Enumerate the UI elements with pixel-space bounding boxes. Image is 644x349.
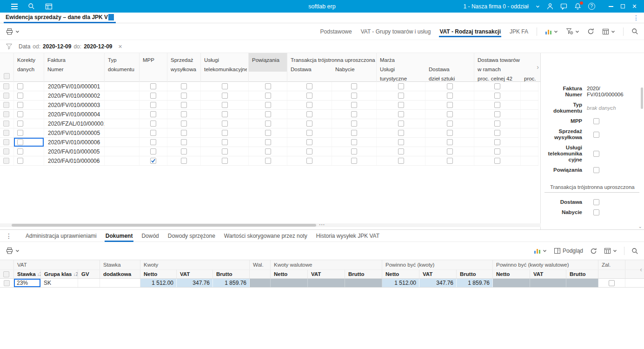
nabycie-checkbox[interactable] [351,102,357,108]
nabycie-cell[interactable] [332,101,377,109]
powiazania-checkbox[interactable] [265,158,271,164]
subcolumn-proc-celnej-42[interactable]: proc. celnej 42 [474,74,521,82]
uslugi_turystyczne-checkbox[interactable] [398,111,404,117]
stawka-cell[interactable]: 23% [14,279,41,287]
nabycie-cell[interactable] [332,138,377,147]
sprzedaz-checkbox[interactable] [181,121,187,127]
uslugi-cell[interactable] [201,101,249,109]
header-group-transakcja-trojstronna[interactable]: Transakcja trójstronna uproszczona Dosta… [287,53,377,82]
stawka-dodatkowa-cell[interactable] [100,279,140,287]
korekty-cell[interactable] [14,101,44,109]
powiazania-cell[interactable] [249,156,287,165]
row-select-checkbox[interactable] [4,280,10,286]
powiazania-cell[interactable] [249,128,287,137]
tab-strip-menu-icon[interactable]: ⋮ [633,14,639,21]
nabycie-cell[interactable] [332,147,377,156]
sel-cell[interactable] [0,91,14,100]
mpp-checkbox[interactable] [150,83,156,89]
header-group-marza[interactable]: Marża Usługi turystyczne Dostawa dzieł s… [377,53,474,82]
korekty-cell[interactable] [14,119,44,128]
uslugi_turystyczne-checkbox[interactable] [398,148,404,154]
sprzedaz-checkbox[interactable] [181,102,187,108]
group-group-kwoty[interactable]: Kwoty [140,260,250,269]
mpp-checkbox[interactable] [150,102,156,108]
column-header-typ-dokumentu[interactable]: Typ dokumentu [105,53,139,82]
uslugi_turystyczne-cell[interactable] [377,128,425,137]
tab-historia-wysylek-jpk-vat[interactable]: Historia wysyłek JPK VAT [315,229,380,242]
filter-settings-button[interactable] [566,28,579,35]
sprzedaz-cell[interactable] [167,110,201,119]
field-checkbox[interactable] [593,151,599,157]
invoice-number[interactable]: 2020/FV/010/000003 [44,101,105,109]
column-header-korekty-danych[interactable]: Korekty danych [14,53,44,82]
proc_celnej_42-cell[interactable] [474,147,521,156]
view-tab-vat-rodzaj-transakcji[interactable]: VAT - Rodzaj transakcji [439,24,501,39]
sel-cell[interactable] [0,101,14,109]
mpp-checkbox[interactable] [150,139,156,145]
close-button[interactable]: × [632,3,637,10]
chart-button[interactable] [534,248,547,254]
sprzedaz-cell[interactable] [167,156,201,165]
sel-cell[interactable] [0,147,14,156]
collapse-panel-chevron-icon[interactable]: ‹ [640,266,642,273]
header-column-grupa-klas[interactable]: Grupa klas↓2 [41,270,78,278]
horizontal-scrollbar[interactable] [0,223,541,227]
bottom-tabs-menu-icon[interactable]: ⋮ [6,232,12,240]
notifications-icon[interactable] [574,3,581,10]
preview-button[interactable]: Podgląd [554,248,583,254]
refresh-button[interactable] [587,28,594,35]
tab-dowody-sprzezone[interactable]: Dowody sprzężone [167,229,216,242]
print-button[interactable] [6,247,20,255]
search-icon[interactable] [28,3,35,10]
header-column-pkw-brutto[interactable]: Brutto [566,270,598,278]
invoice-number[interactable]: 2020/FV/010/000006 [44,138,105,147]
dostawa-checkbox[interactable] [306,102,312,108]
header-column-kwoty-brutto[interactable]: Brutto [213,270,250,278]
help-icon[interactable]: ? [588,3,595,10]
sel-checkbox[interactable] [3,130,9,136]
zal-checkbox[interactable] [609,280,615,286]
nabycie-cell[interactable] [332,91,377,100]
powiazania-cell[interactable] [249,138,287,147]
sort-indicator[interactable]: ↓2 [37,272,41,277]
header-select-all[interactable] [0,270,14,278]
dostawa-cell[interactable] [287,156,332,165]
dostawa-checkbox[interactable] [306,83,312,89]
sel-checkbox[interactable] [3,111,9,117]
korekty-checkbox[interactable] [17,158,23,164]
pane-splitter-handle[interactable]: ⋯ [319,221,325,228]
table-row[interactable]: 2020/FZAL/010/000001 [0,119,538,128]
invoice-number[interactable]: 2020/FZAL/010/000001 [44,119,105,128]
header-column-pkw-netto[interactable]: Netto [493,270,530,278]
subcolumn-dostawa[interactable]: Dostawa [287,65,332,74]
uslugi-checkbox[interactable] [222,139,228,145]
tab-administracja-uprawnieniami[interactable]: Administracja uprawnieniami [25,229,98,242]
powinno-kwoty-netto-cell[interactable]: 1 512.00 [382,279,419,287]
sprzedaz-checkbox[interactable] [181,130,187,136]
nabycie-cell[interactable] [332,110,377,119]
header-column-kw-vat[interactable]: VAT [308,270,345,278]
kwoty-walutowe-vat-cell[interactable] [308,279,345,287]
uslugi_turystyczne-cell[interactable] [377,101,425,109]
more-columns-chevron-icon[interactable]: › [537,63,539,71]
tab-dowod[interactable]: Dowód [140,229,159,242]
subcolumn-dostawa-dziel-sztuki[interactable]: Dostawa dzieł sztuki [425,65,474,82]
dostawa-cell[interactable] [287,119,332,128]
kwoty-walutowe-netto-cell[interactable] [271,279,308,287]
mpp-checkbox[interactable] [150,130,156,136]
powinno-kwoty-brutto-cell[interactable]: 1 859.76 [457,279,493,287]
uslugi_turystyczne-cell[interactable] [377,110,425,119]
dostawa-checkbox[interactable] [306,111,312,117]
minimize-button[interactable] [609,6,613,7]
kwoty-brutto-cell[interactable]: 1 859.76 [213,279,250,287]
mpp-checkbox[interactable] [150,158,156,164]
column-header-powiazania[interactable]: Powiązania [249,53,287,82]
powiazania-checkbox[interactable] [265,148,271,154]
uslugi-cell[interactable] [201,156,249,165]
sel-cell[interactable] [0,128,14,137]
modules-icon[interactable] [45,3,53,10]
dostawa-cell[interactable] [287,128,332,137]
powiazania-checkbox[interactable] [265,111,271,117]
sel-checkbox[interactable] [3,148,9,154]
proc_celnej_42-checkbox[interactable] [494,130,500,136]
